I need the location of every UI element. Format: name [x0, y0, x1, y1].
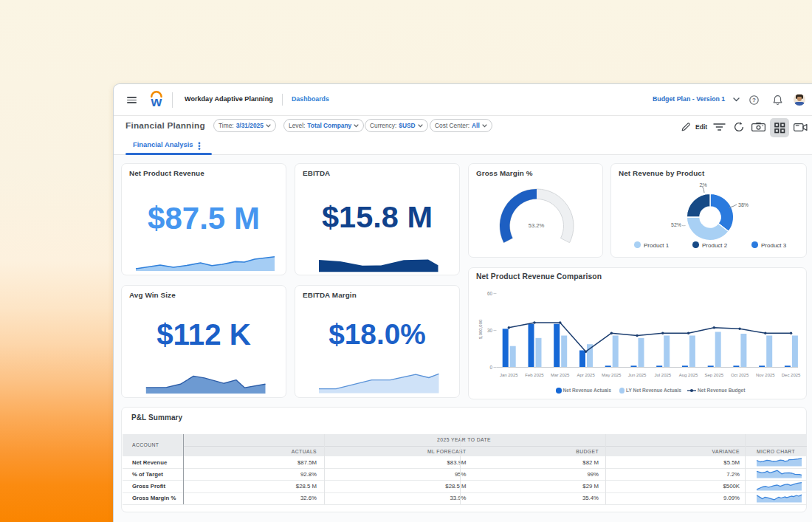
svg-text:?: ?: [752, 97, 756, 103]
svg-text:w: w: [151, 94, 162, 108]
